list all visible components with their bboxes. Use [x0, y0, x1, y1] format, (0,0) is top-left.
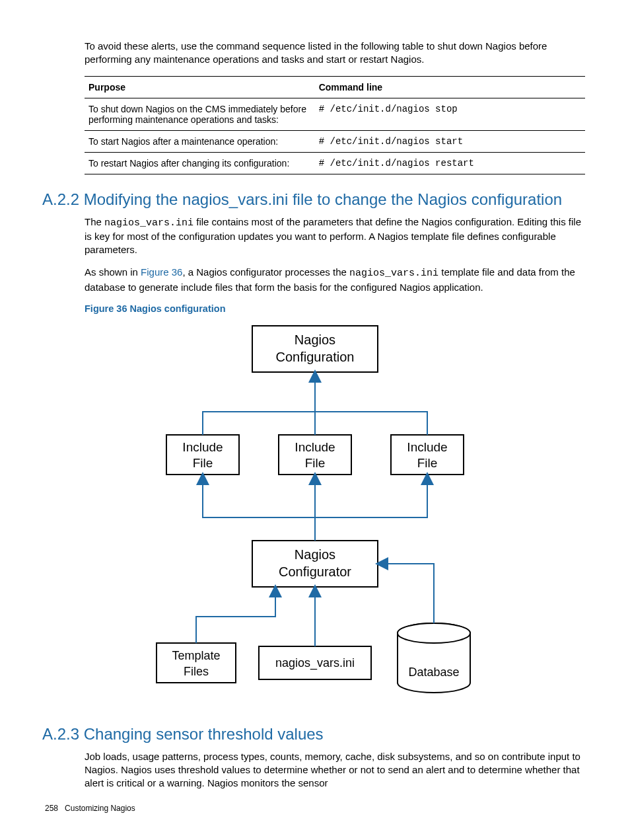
- box-database: Database: [408, 666, 459, 679]
- table-row: To start Nagios after a maintenance oper…: [85, 130, 585, 152]
- table-row: To restart Nagios after changing its con…: [85, 152, 585, 174]
- cell-cmd: # /etc/init.d/nagios restart: [315, 152, 585, 174]
- box-include-3-l2: File: [417, 456, 438, 470]
- box-include-3-l1: Include: [407, 440, 447, 454]
- cell-purpose: To start Nagios after a maintenance oper…: [85, 130, 315, 152]
- page-number: 258: [45, 804, 58, 813]
- footer-title: Customizing Nagios: [65, 804, 135, 813]
- heading-a23: A.2.3 Changing sensor threshold values: [42, 725, 585, 744]
- box-nagios-configuration-l2: Configuration: [276, 350, 355, 364]
- box-template-l2: Files: [184, 665, 209, 678]
- box-include-2-l1: Include: [295, 440, 335, 454]
- inline-code: nagios_vars.ini: [349, 268, 438, 279]
- box-include-2-l2: File: [305, 456, 326, 470]
- box-nagios-configuration-l1: Nagios: [295, 332, 335, 347]
- col-cmd: Command line: [315, 76, 585, 98]
- a22-p1: The nagios_vars.ini file contains most o…: [45, 215, 585, 257]
- command-table: Purpose Command line To shut down Nagios…: [85, 76, 585, 174]
- heading-a22: A.2.2 Modifying the nagios_vars.ini file…: [42, 190, 585, 209]
- box-include-1-l2: File: [193, 456, 213, 470]
- col-purpose: Purpose: [85, 76, 315, 98]
- text: The: [85, 216, 104, 227]
- figure-link[interactable]: Figure 36: [141, 266, 182, 278]
- cell-purpose: To restart Nagios after changing its con…: [85, 152, 315, 174]
- page-footer: 258 Customizing Nagios: [45, 804, 585, 813]
- text: , a Nagios configurator processes the: [182, 266, 349, 278]
- cell-purpose: To shut down Nagios on the CMS immediate…: [85, 98, 315, 130]
- intro-paragraph: To avoid these alerts, use the command s…: [45, 40, 585, 67]
- table-row: To shut down Nagios on the CMS immediate…: [85, 98, 585, 130]
- svg-point-10: [398, 623, 470, 643]
- text: As shown in: [85, 266, 141, 278]
- cell-cmd: # /etc/init.d/nagios stop: [315, 98, 585, 130]
- inline-code: nagios_vars.ini: [104, 217, 193, 229]
- figure-caption: Figure 36 Nagios configuration: [85, 303, 585, 314]
- a23-p1: Job loads, usage patterns, process types…: [45, 750, 585, 790]
- cell-cmd: # /etc/init.d/nagios start: [315, 130, 585, 152]
- figure-36-diagram: Nagios Configuration Include File Includ…: [45, 319, 585, 712]
- box-template-l1: Template: [172, 649, 220, 662]
- box-include-1-l1: Include: [182, 440, 223, 454]
- box-configurator-l2: Configurator: [279, 564, 351, 579]
- box-vars: nagios_vars.ini: [275, 656, 355, 670]
- a22-p2: As shown in Figure 36, a Nagios configur…: [45, 266, 585, 294]
- box-configurator-l1: Nagios: [295, 547, 335, 562]
